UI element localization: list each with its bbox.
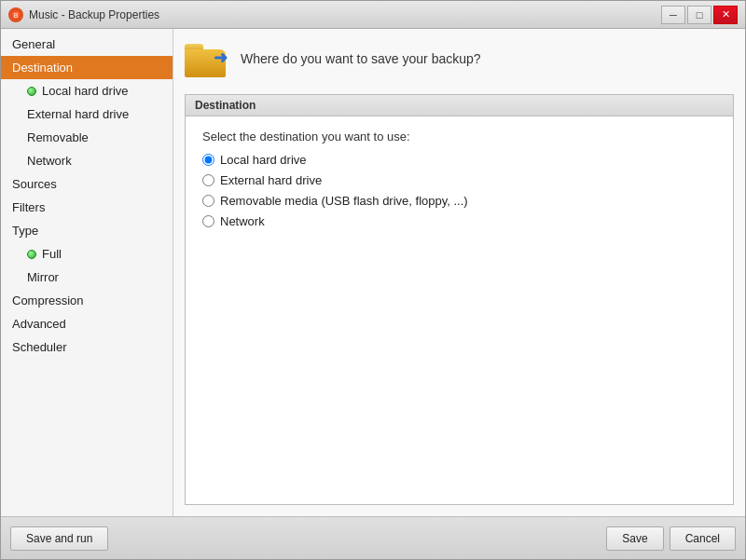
sidebar-item-label: Destination [12, 61, 73, 75]
sidebar-item-mirror[interactable]: Mirror [1, 266, 173, 289]
radio-opt-external[interactable] [202, 174, 214, 186]
green-dot-icon [27, 250, 36, 259]
sidebar-item-network[interactable]: Network [1, 149, 173, 172]
sidebar-item-label: Mirror [27, 270, 59, 284]
sidebar-item-label: Network [27, 154, 72, 168]
titlebar: B Music - Backup Properties ─ □ ✕ [1, 1, 745, 29]
sidebar-item-label: Type [12, 224, 38, 238]
sidebar-item-label: Removable [27, 130, 89, 144]
radio-label-opt-local: Local hard drive [220, 153, 307, 167]
sidebar-item-label: Sources [12, 177, 57, 191]
sidebar-item-advanced[interactable]: Advanced [1, 312, 173, 335]
window-title: Music - Backup Properties [29, 8, 159, 21]
sidebar-item-removable[interactable]: Removable [1, 126, 173, 149]
svg-text:B: B [14, 12, 19, 19]
cancel-button[interactable]: Cancel [670, 526, 736, 551]
destination-options: Local hard driveExternal hard driveRemov… [202, 153, 716, 228]
sidebar-item-filters[interactable]: Filters [1, 196, 173, 219]
sidebar-item-label: Compression [12, 294, 84, 307]
radio-item-opt-removable[interactable]: Removable media (USB flash drive, floppy… [202, 194, 716, 208]
sidebar-item-label: External hard drive [27, 107, 129, 121]
sidebar-item-general[interactable]: General [1, 33, 173, 56]
sidebar-item-external-hard-drive[interactable]: External hard drive [1, 102, 173, 126]
maximize-button[interactable]: □ [687, 6, 711, 24]
sidebar-item-label: Advanced [12, 317, 66, 331]
radio-label-opt-external: External hard drive [220, 173, 322, 187]
green-dot-icon [27, 87, 36, 96]
window-controls: ─ □ ✕ [661, 6, 738, 24]
minimize-button[interactable]: ─ [661, 6, 685, 24]
sidebar-item-label: Full [42, 247, 62, 261]
radio-item-opt-network[interactable]: Network [202, 214, 716, 228]
bottom-bar: Save and run Save Cancel [1, 516, 745, 559]
sidebar: GeneralDestinationLocal hard driveExtern… [1, 29, 173, 516]
radio-label-opt-removable: Removable media (USB flash drive, floppy… [220, 194, 468, 208]
sidebar-item-local-hard-drive[interactable]: Local hard drive [1, 79, 173, 102]
radio-opt-removable[interactable] [202, 195, 214, 207]
save-and-run-button[interactable]: Save and run [10, 526, 108, 551]
sidebar-item-destination[interactable]: Destination [1, 56, 173, 79]
sidebar-item-label: Local hard drive [42, 84, 129, 98]
close-button[interactable]: ✕ [713, 6, 738, 24]
sidebar-item-sources[interactable]: Sources [1, 172, 173, 196]
destination-section: Destination Select the destination you w… [185, 94, 734, 505]
sidebar-item-scheduler[interactable]: Scheduler [1, 335, 173, 359]
app-icon: B [8, 7, 23, 22]
sidebar-item-label: Scheduler [12, 340, 67, 354]
sidebar-item-compression[interactable]: Compression [1, 289, 173, 312]
radio-item-opt-external[interactable]: External hard drive [202, 173, 716, 187]
header-question: Where do you want to save your backup? [241, 51, 481, 66]
panel-header: ➜ Where do you want to save your backup? [185, 40, 734, 85]
select-label: Select the destination you want to use: [202, 130, 716, 143]
sidebar-item-type[interactable]: Type [1, 219, 173, 242]
save-button[interactable]: Save [606, 526, 663, 551]
sidebar-item-label: General [12, 37, 55, 51]
radio-label-opt-network: Network [220, 214, 265, 228]
sidebar-item-full[interactable]: Full [1, 242, 173, 266]
radio-opt-local[interactable] [202, 154, 214, 166]
radio-item-opt-local[interactable]: Local hard drive [202, 153, 716, 167]
radio-opt-network[interactable] [202, 215, 214, 227]
sidebar-item-label: Filters [12, 200, 45, 214]
section-title: Destination [186, 95, 733, 116]
main-panel: ➜ Where do you want to save your backup?… [173, 29, 745, 516]
destination-icon: ➜ [185, 40, 229, 77]
